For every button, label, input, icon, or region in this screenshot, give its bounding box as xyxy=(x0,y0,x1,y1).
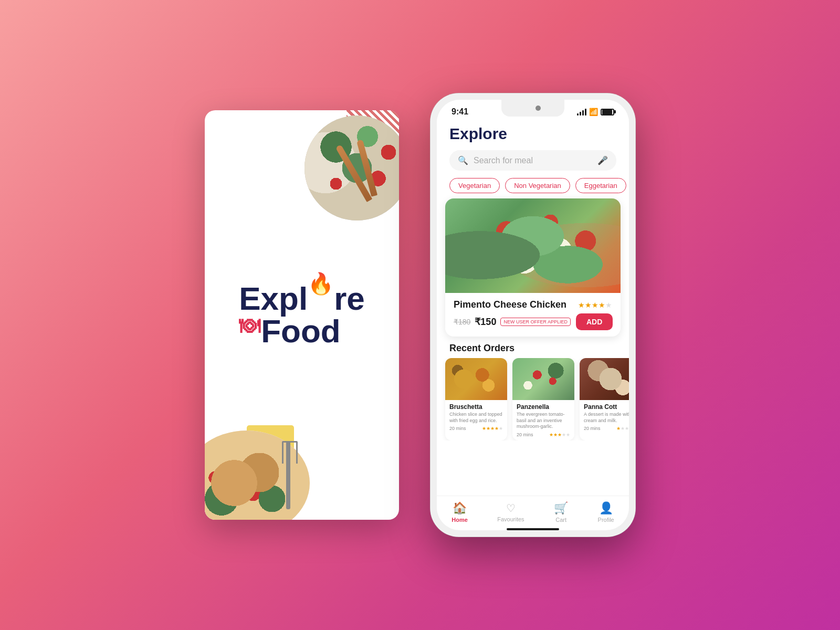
order-desc-pannacotta: A dessert is made with cream and milk. xyxy=(584,412,629,424)
order-image-pannacotta xyxy=(580,358,629,400)
microphone-icon[interactable]: 🎤 xyxy=(597,155,608,165)
featured-rating: ★★★★★ xyxy=(578,301,612,309)
nav-cart[interactable]: 🛒 Cart xyxy=(554,501,568,523)
nav-favourites-label: Favourites xyxy=(497,516,524,522)
cart-icon: 🛒 xyxy=(554,501,568,515)
nav-home[interactable]: 🏠 Home xyxy=(452,501,468,523)
nav-home-label: Home xyxy=(452,517,468,523)
logo-o-container: 🔥 xyxy=(308,282,334,315)
offer-badge: NEW USER OFFER APPLIED xyxy=(500,318,571,326)
app-header: Explore xyxy=(437,121,629,145)
filter-tags: Vegetarian Non Vegetarian Eggetarian xyxy=(437,176,629,198)
order-desc-bruschetta: Chicken slice and topped with fried egg … xyxy=(449,412,503,424)
logo-expl: Expl xyxy=(239,282,308,315)
featured-item-image xyxy=(445,198,621,293)
recent-orders-title: Recent Orders xyxy=(437,337,629,358)
phone-frame: 9:41 📶 Explo xyxy=(430,93,635,537)
flame-icon: 🔥 xyxy=(308,273,334,294)
nav-profile[interactable]: 👤 Profile xyxy=(598,501,614,523)
status-time: 9:41 xyxy=(452,107,468,117)
order-meta-pannacotta: 20 mins ★★★★★ xyxy=(584,426,629,431)
order-rating-panzenella: ★★★★★ xyxy=(549,432,570,437)
search-icon: 🔍 xyxy=(458,155,468,165)
add-to-cart-button[interactable]: ADD xyxy=(576,313,613,330)
order-desc-panzenella: The evergreen tomato-basil and an invent… xyxy=(517,412,570,430)
phone-notch xyxy=(501,100,564,117)
filter-non-vegetarian[interactable]: Non Vegetarian xyxy=(505,178,570,193)
app-content: Explore 🔍 Search for meal 🎤 Vegetarian N… xyxy=(437,121,629,530)
fork-decoration xyxy=(286,441,290,509)
splash-screen: Expl 🔥 re 🍽 Food xyxy=(205,110,399,520)
order-card-bruschetta[interactable]: Bruschetta Chicken slice and topped with… xyxy=(445,358,507,440)
order-card-pannacotta[interactable]: Panna Cott A dessert is made with cream … xyxy=(580,358,629,440)
home-indicator xyxy=(507,528,559,530)
phone-wrapper: 9:41 📶 Explo xyxy=(430,93,635,537)
order-image-panzenella xyxy=(512,358,574,400)
order-name-bruschetta: Bruschetta xyxy=(449,403,503,411)
featured-item-name: Pimento Cheese Chicken xyxy=(454,299,566,310)
order-time-bruschetta: 20 mins xyxy=(449,426,466,431)
splash-logo: Expl 🔥 re 🍽 Food xyxy=(239,282,365,348)
search-placeholder: Search for meal xyxy=(474,156,592,165)
featured-price-original: ₹180 xyxy=(454,318,470,326)
spacer xyxy=(437,440,629,496)
logo-line-1: Expl 🔥 re xyxy=(239,282,365,315)
featured-item-info: Pimento Cheese Chicken ★★★★★ ₹180 ₹150 N… xyxy=(445,293,621,337)
order-meta-bruschetta: 20 mins ★★★★★ xyxy=(449,426,503,431)
logo-re: re xyxy=(334,282,365,315)
nav-cart-label: Cart xyxy=(555,517,566,523)
order-name-panzenella: Panzenella xyxy=(517,403,570,411)
nav-profile-label: Profile xyxy=(598,517,614,523)
home-icon: 🏠 xyxy=(453,501,467,515)
logo-line-2: 🍽 Food xyxy=(239,315,341,348)
front-camera xyxy=(536,106,541,111)
order-name-pannacotta: Panna Cott xyxy=(584,403,629,411)
order-card-panzenella[interactable]: Panzenella The evergreen tomato-basil an… xyxy=(512,358,574,440)
signal-icon xyxy=(577,108,586,116)
order-info-pannacotta: Panna Cott A dessert is made with cream … xyxy=(580,400,629,434)
order-info-panzenella: Panzenella The evergreen tomato-basil an… xyxy=(512,400,574,440)
battery-icon xyxy=(601,109,614,116)
nav-favourites[interactable]: ♡ Favourites xyxy=(497,502,524,522)
status-icons: 📶 xyxy=(577,108,614,116)
filter-eggetarian[interactable]: Eggetarian xyxy=(575,178,626,193)
bottom-food-area xyxy=(205,373,341,520)
bottom-navigation: 🏠 Home ♡ Favourites 🛒 Cart 👤 Profile xyxy=(437,496,629,526)
order-time-panzenella: 20 mins xyxy=(517,432,533,437)
order-image-bruschetta xyxy=(445,358,507,400)
filter-vegetarian[interactable]: Vegetarian xyxy=(449,178,500,193)
order-meta-panzenella: 20 mins ★★★★★ xyxy=(517,432,570,437)
order-time-pannacotta: 20 mins xyxy=(584,426,601,431)
order-info-bruschetta: Bruschetta Chicken slice and topped with… xyxy=(445,400,507,434)
logo-food-text: Food xyxy=(261,315,341,348)
search-bar[interactable]: 🔍 Search for meal 🎤 xyxy=(449,150,616,171)
app-title: Explore xyxy=(449,125,507,142)
featured-item-card: Pimento Cheese Chicken ★★★★★ ₹180 ₹150 N… xyxy=(445,198,621,337)
top-food-image xyxy=(273,110,399,236)
order-rating-bruschetta: ★★★★★ xyxy=(482,426,503,431)
profile-icon: 👤 xyxy=(599,501,613,515)
battery-fill xyxy=(602,110,612,114)
featured-price-current: ₹150 xyxy=(475,316,496,328)
cloche-icon: 🍽 xyxy=(239,315,260,336)
wifi-icon: 📶 xyxy=(589,108,598,116)
heart-icon: ♡ xyxy=(506,502,516,514)
recent-orders-list: Bruschetta Chicken slice and topped with… xyxy=(437,358,629,440)
order-rating-pannacotta: ★★★★★ xyxy=(616,426,629,431)
phone-screen: 9:41 📶 Explo xyxy=(437,100,629,530)
featured-price-row: ₹180 ₹150 NEW USER OFFER APPLIED ADD xyxy=(454,313,612,330)
featured-name-row: Pimento Cheese Chicken ★★★★★ xyxy=(454,299,612,310)
